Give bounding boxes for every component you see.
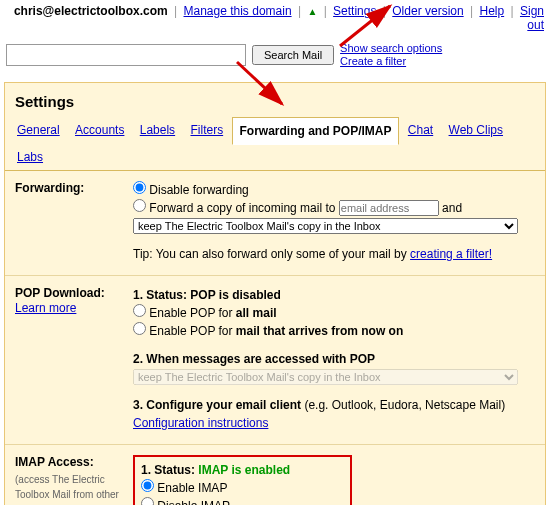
- pop-all-bold: all mail: [236, 306, 277, 320]
- show-search-options-link[interactable]: Show search options: [340, 42, 442, 54]
- create-filter-link[interactable]: Create a filter: [340, 55, 406, 67]
- tab-filters[interactable]: Filters: [184, 117, 229, 143]
- signout-link[interactable]: Sign out: [520, 4, 544, 32]
- tab-accounts[interactable]: Accounts: [69, 117, 130, 143]
- pop-all-prefix: Enable POP for: [149, 306, 232, 320]
- pop-enable-now-radio[interactable]: [133, 322, 146, 335]
- forwarding-section: Forwarding: Disable forwarding Forward a…: [5, 171, 545, 275]
- older-version-link[interactable]: Older version: [392, 4, 463, 18]
- imap-disable-text: Disable IMAP: [157, 499, 230, 505]
- page-title: Settings: [5, 83, 545, 116]
- search-row: Search Mail Show search options Create a…: [0, 40, 550, 78]
- search-button[interactable]: Search Mail: [252, 45, 334, 65]
- imap-disable-radio[interactable]: [141, 497, 154, 505]
- tab-general[interactable]: General: [11, 117, 66, 143]
- forwarding-label: Forwarding:: [15, 181, 123, 263]
- imap-highlight-box: 1. Status: IMAP is enabled Enable IMAP D…: [133, 455, 352, 505]
- search-input[interactable]: [6, 44, 246, 66]
- pop-enable-all-radio[interactable]: [133, 304, 146, 317]
- create-filter-tip-link[interactable]: creating a filter!: [410, 247, 492, 261]
- forward-and-text: and: [442, 201, 462, 215]
- help-link[interactable]: Help: [479, 4, 504, 18]
- disable-forwarding-text: Disable forwarding: [149, 183, 248, 197]
- manage-domain-link[interactable]: Manage this domain: [184, 4, 292, 18]
- pop-learn-more-link[interactable]: Learn more: [15, 301, 76, 315]
- pop-now-bold: mail that arrives from now on: [236, 324, 403, 338]
- disable-forwarding-radio[interactable]: [133, 181, 146, 194]
- user-email: chris@electrictoolbox.com: [14, 4, 168, 18]
- tabs-bar: General Accounts Labels Filters Forwardi…: [5, 116, 545, 171]
- tab-chat[interactable]: Chat: [402, 117, 439, 143]
- tab-labs[interactable]: Labs: [11, 144, 49, 170]
- settings-link[interactable]: Settings: [333, 4, 376, 18]
- forward-tip-text: Tip: You can also forward only some of y…: [133, 247, 407, 261]
- pop-configure-label: 3. Configure your email client: [133, 398, 301, 412]
- pop-config-instructions-link[interactable]: Configuration instructions: [133, 416, 268, 430]
- pop-configure-suffix: (e.g. Outlook, Eudora, Netscape Mail): [304, 398, 505, 412]
- imap-sublabel: (access The Electric Toolbox Mail from o…: [15, 472, 123, 505]
- imap-status-value: IMAP is enabled: [198, 463, 290, 477]
- pop-now-prefix: Enable POP for: [149, 324, 232, 338]
- tab-web-clips[interactable]: Web Clips: [443, 117, 509, 143]
- enable-forwarding-radio[interactable]: [133, 199, 146, 212]
- header-bar: chris@electrictoolbox.com | Manage this …: [0, 0, 550, 40]
- imap-enable-text: Enable IMAP: [157, 481, 227, 495]
- imap-label: IMAP Access:: [15, 455, 94, 469]
- forward-copy-select[interactable]: keep The Electric Toolbox Mail's copy in…: [133, 218, 518, 234]
- pop-status-label: 1. Status:: [133, 288, 187, 302]
- presence-icon: ▲: [307, 6, 317, 17]
- pop-when-select[interactable]: keep The Electric Toolbox Mail's copy in…: [133, 369, 518, 385]
- tab-labels[interactable]: Labels: [134, 117, 181, 143]
- imap-section: IMAP Access: (access The Electric Toolbo…: [5, 444, 545, 505]
- imap-enable-radio[interactable]: [141, 479, 154, 492]
- pop-status-value: POP is disabled: [190, 288, 280, 302]
- pop-label: POP Download:: [15, 286, 105, 300]
- settings-panel: Settings General Accounts Labels Filters…: [4, 82, 546, 505]
- pop-section: POP Download: Learn more 1. Status: POP …: [5, 275, 545, 444]
- imap-status-label: 1. Status:: [141, 463, 195, 477]
- tab-forwarding-pop-imap[interactable]: Forwarding and POP/IMAP: [232, 117, 398, 145]
- forward-prefix-text: Forward a copy of incoming mail to: [149, 201, 335, 215]
- pop-when-label: 2. When messages are accessed with POP: [133, 352, 375, 366]
- forward-email-input[interactable]: [339, 200, 439, 216]
